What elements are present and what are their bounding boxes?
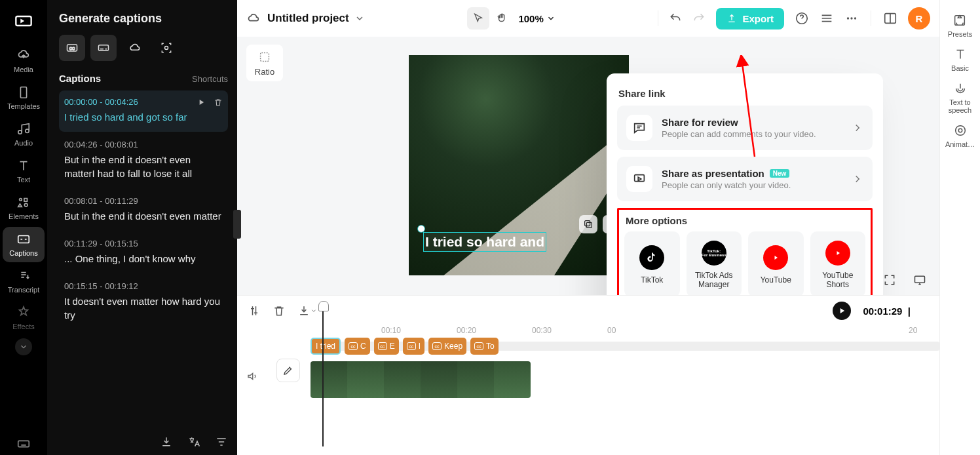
monitor-icon[interactable] bbox=[913, 273, 926, 287]
undo-icon[interactable] bbox=[669, 12, 682, 25]
canvas-duplicate-icon[interactable] bbox=[579, 215, 597, 233]
chevron-right-icon bbox=[852, 173, 863, 185]
more-icon[interactable] bbox=[844, 11, 859, 26]
svg-rect-1 bbox=[20, 87, 26, 98]
svg-rect-16 bbox=[261, 52, 269, 61]
tile-youtube[interactable]: YouTube bbox=[748, 231, 804, 295]
zoom-level[interactable]: 100% bbox=[518, 13, 555, 24]
rail-text[interactable]: Text bbox=[3, 153, 45, 189]
right-rail: Presets Basic Text to speech Animat… bbox=[939, 0, 980, 455]
highlighted-share-options: More options TikTok TikTok:For BusinessT… bbox=[617, 208, 873, 295]
clip-5[interactable]: ccTo bbox=[470, 338, 499, 355]
svg-rect-17 bbox=[585, 221, 590, 226]
chevron-right-icon bbox=[852, 122, 863, 134]
svg-point-4 bbox=[24, 203, 28, 207]
translate-icon[interactable] bbox=[187, 435, 200, 448]
caption-item-3[interactable]: 00:11:29 - 00:15:15 ... One thing, I don… bbox=[59, 232, 228, 273]
edit-track-button[interactable] bbox=[276, 359, 300, 382]
rrail-animation[interactable]: Animat… bbox=[945, 123, 975, 148]
new-badge: New bbox=[770, 169, 790, 178]
rail-effects[interactable]: Effects bbox=[3, 300, 45, 336]
fullscreen-icon[interactable] bbox=[883, 273, 896, 287]
annotation-arrow-1 bbox=[735, 55, 761, 160]
video-canvas[interactable]: I tried so hard and bbox=[409, 55, 629, 275]
filter-icon[interactable] bbox=[215, 435, 228, 448]
time-display: 00:01:29 | bbox=[863, 306, 911, 317]
panel-heading: Generate captions bbox=[59, 12, 228, 26]
panel-resize-handle[interactable] bbox=[233, 210, 241, 239]
caption-overlay[interactable]: I tried so hard and bbox=[423, 232, 546, 252]
hand-tool[interactable] bbox=[491, 7, 513, 30]
clip-2[interactable]: ccE bbox=[374, 338, 399, 355]
playhead[interactable] bbox=[322, 310, 324, 446]
rrail-basic[interactable]: Basic bbox=[951, 47, 969, 72]
caption-item-1[interactable]: 00:04:26 - 00:08:01 But in the end it do… bbox=[59, 133, 228, 188]
ratio-button[interactable]: Ratio bbox=[246, 45, 283, 81]
svg-rect-9 bbox=[99, 45, 109, 50]
subtitle-button[interactable] bbox=[90, 35, 117, 61]
more-options-heading: More options bbox=[626, 215, 865, 226]
caption-item-2[interactable]: 00:08:01 - 00:11:29 But in the end it do… bbox=[59, 189, 228, 231]
tile-tiktok[interactable]: TikTok bbox=[624, 231, 680, 295]
svg-point-13 bbox=[850, 17, 852, 19]
clip-1[interactable]: ccC bbox=[345, 338, 370, 355]
split-icon[interactable] bbox=[248, 304, 261, 317]
youtube-shorts-icon bbox=[825, 241, 850, 266]
download-icon[interactable] bbox=[160, 435, 173, 448]
clip-4[interactable]: ccKeep bbox=[428, 338, 466, 355]
svg-point-31 bbox=[958, 129, 962, 132]
trash-icon[interactable] bbox=[273, 304, 286, 317]
rail-elements[interactable]: Elements bbox=[3, 190, 45, 226]
user-avatar[interactable]: R bbox=[908, 7, 930, 30]
rrail-presets[interactable]: Presets bbox=[948, 13, 972, 38]
cloud-sync-icon[interactable] bbox=[246, 11, 261, 26]
caption-item-0[interactable]: 00:00:00 - 00:04:26 I tried so hard and … bbox=[59, 90, 228, 132]
tiktok-icon bbox=[639, 245, 664, 270]
svg-rect-6 bbox=[18, 441, 29, 446]
export-button[interactable]: Export bbox=[716, 8, 784, 30]
rail-more[interactable] bbox=[15, 338, 32, 355]
scan-button[interactable] bbox=[153, 35, 179, 61]
trash-icon[interactable] bbox=[214, 98, 223, 107]
redo-icon[interactable] bbox=[692, 12, 706, 25]
stage: Ratio I tried so hard and Share link bbox=[237, 37, 939, 295]
capcut-logo[interactable] bbox=[5, 5, 42, 37]
caption-item-4[interactable]: 00:15:15 - 00:19:12 It doesn't even matt… bbox=[59, 275, 228, 330]
download-timeline-icon[interactable] bbox=[297, 304, 317, 317]
speaker-icon[interactable] bbox=[246, 370, 258, 382]
help-icon[interactable] bbox=[795, 11, 809, 26]
panels-icon[interactable] bbox=[883, 11, 897, 26]
rail-transcript[interactable]: Transcript bbox=[3, 264, 45, 299]
rrail-tts[interactable]: Text to speech bbox=[940, 81, 980, 114]
project-title[interactable]: Untitled project bbox=[267, 12, 365, 25]
tile-tiktok-ads[interactable]: TikTok:For BusinessTikTok Ads Manager bbox=[687, 231, 742, 295]
cc-button[interactable]: CC bbox=[59, 35, 85, 61]
svg-point-2 bbox=[20, 199, 22, 201]
tile-youtube-shorts[interactable]: YouTube Shorts bbox=[810, 231, 866, 295]
stack-icon[interactable] bbox=[820, 11, 834, 26]
svg-rect-3 bbox=[24, 199, 28, 202]
rail-keyboard[interactable] bbox=[0, 437, 47, 451]
rail-media[interactable]: Media bbox=[3, 43, 45, 79]
video-track[interactable] bbox=[311, 361, 531, 398]
rail-templates[interactable]: Templates bbox=[3, 80, 45, 115]
section-title: Captions bbox=[59, 73, 101, 84]
rail-captions[interactable]: Captions bbox=[3, 227, 45, 262]
share-as-presentation[interactable]: Share as presentationNewPeople can only … bbox=[617, 157, 873, 201]
svg-line-26 bbox=[742, 58, 755, 157]
pointer-tool[interactable] bbox=[467, 7, 489, 30]
top-toolbar: Untitled project 100% Export bbox=[237, 0, 939, 37]
play-button[interactable] bbox=[833, 302, 851, 320]
play-icon[interactable] bbox=[197, 98, 206, 107]
captions-panel: Generate captions CC Captions Shortcuts … bbox=[47, 0, 237, 455]
svg-text:CC: CC bbox=[69, 47, 75, 50]
cloud-button[interactable] bbox=[122, 35, 148, 61]
clip-3[interactable]: ccI bbox=[403, 338, 424, 355]
caption-clips[interactable]: I tried ccC ccE ccI ccKeep ccTo bbox=[311, 342, 499, 355]
comment-icon bbox=[626, 115, 652, 141]
clip-0[interactable]: I tried bbox=[311, 338, 341, 355]
shortcuts-link[interactable]: Shortcuts bbox=[192, 74, 228, 84]
svg-point-30 bbox=[955, 126, 965, 136]
rail-audio[interactable]: Audio bbox=[3, 117, 45, 152]
svg-point-10 bbox=[165, 47, 168, 50]
